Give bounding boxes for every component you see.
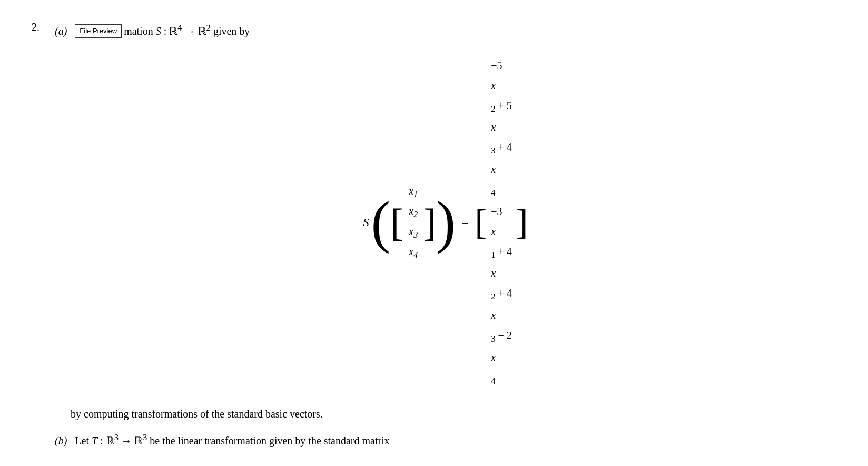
x4: x4 — [409, 242, 418, 263]
rhs-row2: −3 x1 + 4 x2 + 4 x3 − 2 x4 — [491, 201, 512, 390]
m00: −1 — [412, 462, 423, 466]
matrix-3x3-display: [ −1 −2 −6 −3 5 −4 5 4 0 — [55, 460, 836, 466]
matrix-row-1: −1 −2 −6 — [412, 462, 476, 466]
equals-sign: = — [462, 216, 468, 229]
part-a-label: (a) — [55, 25, 67, 37]
part-a-intro: (a) File Previewmation S : ℝ4 → ℝ2 given… — [55, 21, 836, 40]
m01: −2 — [438, 462, 450, 466]
part-b-label: (b) — [55, 435, 67, 446]
part-a-closing: by computing transformations of the stan… — [55, 405, 836, 423]
intro-text-1: mation S : ℝ4 → ℝ2 given by — [124, 25, 250, 37]
s-label: S — [363, 216, 369, 229]
rhs-sqb-left: [ — [475, 207, 487, 238]
inner-sqb-left: [ — [390, 206, 403, 239]
part-b-intro: (b) Let T : ℝ3 → ℝ3 be the linear transf… — [55, 430, 836, 450]
m02: −6 — [465, 462, 476, 466]
matrix-3x3-rows: −1 −2 −6 −3 5 −4 5 4 0 — [407, 460, 481, 466]
rhs-sqb-right: ] — [516, 207, 528, 238]
problem-number: 2. — [32, 21, 46, 33]
problem-content: (a) File Previewmation S : ℝ4 → ℝ2 given… — [55, 21, 836, 466]
problem-row: 2. (a) File Previewmation S : ℝ4 → ℝ2 gi… — [32, 21, 836, 466]
rhs-row1: −5 x2 + 5 x3 + 4 x4 — [491, 55, 512, 201]
x2: x2 — [409, 202, 418, 222]
transformation-display: S ( [ x1 x2 x3 x4 ] ) = — [55, 52, 836, 393]
file-preview-badge[interactable]: File Preview — [75, 24, 122, 38]
part-b-intro-text: Let T : ℝ3 → ℝ3 be the linear transforma… — [75, 435, 389, 446]
page-container: 2. (a) File Previewmation S : ℝ4 → ℝ2 gi… — [32, 21, 836, 466]
input-vector: x1 x2 x3 x4 — [403, 179, 423, 266]
outer-paren-left: ( — [371, 198, 391, 247]
inner-sqb-right: ] — [423, 206, 436, 239]
x3: x3 — [409, 222, 418, 242]
x1: x1 — [409, 182, 418, 202]
rhs-matrix: −5 x2 + 5 x3 + 4 x4 −3 x1 + 4 x2 + 4 x3 … — [487, 52, 516, 393]
outer-paren-right: ) — [436, 198, 456, 247]
